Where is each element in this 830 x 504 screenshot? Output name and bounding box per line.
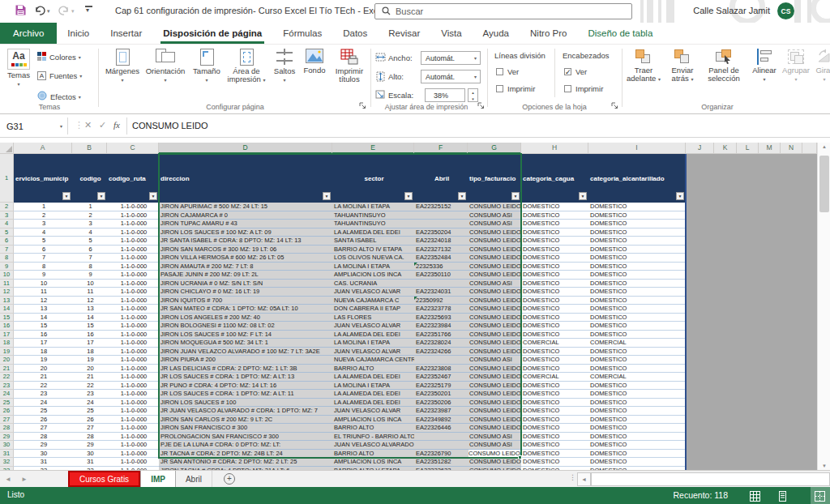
cell-I16[interactable]: DOMESTICO xyxy=(588,322,686,331)
effects-button[interactable]: Efectos▾ xyxy=(37,91,81,102)
cell-I9[interactable]: DOMESTICO xyxy=(588,263,686,271)
cell-D8[interactable]: JIRON VILLA HERMOSA # 600 MZ: 26 LT: 05 xyxy=(159,254,332,263)
cell-A21[interactable]: 20 xyxy=(14,365,72,374)
menu-tab-revisar[interactable]: Revisar xyxy=(378,23,430,44)
cell-D5[interactable]: JIRON LOS SAUCES # 100 MZ: A LT: 09 xyxy=(159,229,332,237)
cell-B3[interactable]: 2 xyxy=(72,211,107,220)
cell-B12[interactable]: 11 xyxy=(72,288,107,297)
cell-E9[interactable]: LA MOLINA I ETAPA xyxy=(332,263,414,271)
cell-A17[interactable]: 16 xyxy=(14,331,72,340)
cell-C9[interactable]: 1-1-0-000 xyxy=(107,263,159,271)
filter-button[interactable]: ▼ xyxy=(511,192,520,200)
cell-I28[interactable]: DOMESTICO xyxy=(588,424,686,433)
headings-view-checkbox[interactable]: ✓Ver xyxy=(564,67,587,76)
undo-icon[interactable] xyxy=(34,5,45,18)
cell-I3[interactable]: DOMESTICO xyxy=(588,211,686,220)
cell-D10[interactable]: PASAJE JUNIN # 200 MZ: 09 LT: 2L xyxy=(159,271,332,280)
row-header-10[interactable]: 10 xyxy=(0,271,14,280)
cell-C7[interactable]: 1-1-0-000 xyxy=(107,246,159,254)
row-header-26[interactable]: 26 xyxy=(0,407,14,416)
cell-I7[interactable]: DOMESTICO xyxy=(588,246,686,254)
cell-I5[interactable]: DOMESTICO xyxy=(588,229,686,237)
cell-I20[interactable]: DOMESTICO xyxy=(588,356,686,365)
cell-D20[interactable]: JIRON PIURA # 200 xyxy=(159,356,332,365)
cell-H5[interactable]: DOMESTICO xyxy=(521,229,588,237)
cell-C26[interactable]: 1-1-0-000 xyxy=(107,407,159,416)
cell-I25[interactable]: DOMESTICO xyxy=(588,399,686,408)
cell-A18[interactable]: 17 xyxy=(14,339,72,348)
cell-A23[interactable]: 22 xyxy=(14,382,72,391)
normal-view-icon[interactable] xyxy=(750,490,760,504)
row-header-20[interactable]: 20 xyxy=(0,356,14,365)
cell-F7[interactable]: EA22327132 xyxy=(414,246,468,254)
cell-B14[interactable]: 13 xyxy=(72,305,107,314)
column-header-I[interactable]: I xyxy=(588,143,686,154)
cell-F4[interactable] xyxy=(414,220,468,229)
cell-G29[interactable]: CONSUMO ASI xyxy=(468,433,521,442)
spinner-arrows-icon[interactable]: ▴▾ xyxy=(468,88,478,102)
row-header-22[interactable]: 22 xyxy=(0,373,14,382)
cell-F31[interactable]: EA22326790 xyxy=(414,450,468,459)
sheet-tab-imp[interactable]: IMP xyxy=(140,471,176,487)
cell-B10[interactable]: 9 xyxy=(72,271,107,280)
cell-H3[interactable]: DOMESTICO xyxy=(521,211,588,220)
cell-G9[interactable]: CONSUMO LEIDO xyxy=(468,263,521,271)
cell-G27[interactable]: CONSUMO LEIDO xyxy=(468,416,521,425)
cell-H13[interactable]: DOMESTICO xyxy=(521,297,588,305)
cell-A31[interactable]: 30 xyxy=(14,450,72,459)
cell-H6[interactable]: DOMESTICO xyxy=(521,237,588,246)
column-header-F[interactable]: F xyxy=(414,143,468,154)
redo-dropdown-icon[interactable]: ▾ xyxy=(71,8,75,15)
cell-H21[interactable]: DOMESTICO xyxy=(521,365,588,374)
cell-H2[interactable]: DOMESTICO xyxy=(521,203,588,211)
cell-I10[interactable]: DOMESTICO xyxy=(588,271,686,280)
cell-C6[interactable]: 1-1-0-000 xyxy=(107,237,159,246)
cell-C16[interactable]: 1-1-0-000 xyxy=(107,322,159,331)
cell-B23[interactable]: 22 xyxy=(72,382,107,391)
select-all-corner[interactable] xyxy=(0,143,14,154)
table-header-F[interactable]: Abril▼ xyxy=(414,154,468,203)
print-area-button[interactable]: Área de impresión ▾ xyxy=(225,49,267,84)
cell-G24[interactable]: CONSUMO LEIDO xyxy=(468,390,521,399)
cell-D17[interactable]: JIRON LOS SAUCES # 100 MZ: F LT: 14 xyxy=(159,331,332,340)
cell-D13[interactable]: JIRON IQUITOS # 700 xyxy=(159,297,332,305)
cell-C30[interactable]: 1-1-0-000 xyxy=(107,441,159,450)
column-header-H[interactable]: H xyxy=(521,143,588,154)
cell-A22[interactable]: 21 xyxy=(14,373,72,382)
search-input[interactable]: Buscar xyxy=(374,3,632,19)
menu-tab-fórmulas[interactable]: Fórmulas xyxy=(272,23,332,44)
cell-C11[interactable]: 1-1-0-000 xyxy=(107,280,159,288)
cell-E14[interactable]: DON CABRERA II ETAP xyxy=(332,305,414,314)
cell-C5[interactable]: 1-1-0-000 xyxy=(107,229,159,237)
column-header-J[interactable]: J xyxy=(686,143,714,154)
cell-A16[interactable]: 15 xyxy=(14,322,72,331)
cell-C12[interactable]: 1-1-0-000 xyxy=(107,288,159,297)
cell-B30[interactable]: 29 xyxy=(72,441,107,450)
row-header-17[interactable]: 17 xyxy=(0,331,14,340)
cell-A9[interactable]: 8 xyxy=(14,263,72,271)
scroll-up-icon[interactable]: ▲ xyxy=(818,144,830,149)
sheet-tab-cursos-gratis[interactable]: Cursos Gratis xyxy=(68,471,140,487)
cell-G25[interactable]: CONSUMO LEIDO xyxy=(468,399,521,408)
cell-F6[interactable]: EA22324018 xyxy=(414,237,468,246)
filter-button[interactable]: ▼ xyxy=(149,192,157,200)
cell-H23[interactable]: DOMESTICO xyxy=(521,382,588,391)
cell-H18[interactable]: COMERCIAL xyxy=(521,339,588,348)
cell-A11[interactable]: 10 xyxy=(14,280,72,288)
insert-function-icon[interactable]: fx xyxy=(113,120,120,130)
print-titles-button[interactable]: Imprimir títulos xyxy=(331,49,368,83)
sheet-tab-abril[interactable]: Abril xyxy=(176,471,212,487)
cell-B4[interactable]: 3 xyxy=(72,220,107,229)
cell-A5[interactable]: 4 xyxy=(14,229,72,237)
column-header-A[interactable]: A xyxy=(14,143,72,154)
cell-C27[interactable]: 1-1-0-000 xyxy=(107,416,159,425)
cell-C29[interactable]: 1-1-0-000 xyxy=(107,433,159,442)
cell-I23[interactable]: DOMESTICO xyxy=(588,382,686,391)
cell-D12[interactable]: JIRON CHICLAYO # 0 MZ: 16 LT: 19 xyxy=(159,288,332,297)
active-cell[interactable]: CONSUMO LEIDO xyxy=(468,450,520,458)
cell-I4[interactable]: DOMESTICO xyxy=(588,220,686,229)
cell-I2[interactable]: DOMESTICO xyxy=(588,203,686,211)
sheet-nav-left-icon[interactable]: ◄ xyxy=(0,471,16,487)
cell-C24[interactable]: 1-1-0-000 xyxy=(107,390,159,399)
cell-H14[interactable]: DOMESTICO xyxy=(521,305,588,314)
